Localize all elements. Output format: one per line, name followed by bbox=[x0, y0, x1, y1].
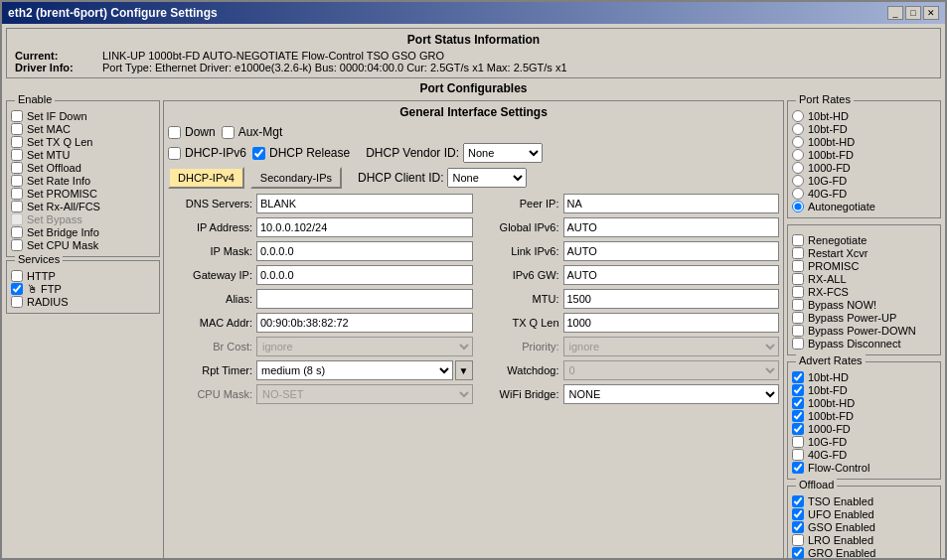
rate-10bt-hd-radio[interactable] bbox=[792, 110, 804, 122]
restart-xcvr-checkbox[interactable] bbox=[792, 247, 804, 259]
rpt-timer-down-arrow[interactable]: ▼ bbox=[455, 360, 473, 380]
link-ipv6-input[interactable] bbox=[563, 241, 780, 261]
promisc-label: PROMISC bbox=[808, 260, 859, 272]
br-cost-select[interactable]: ignore bbox=[256, 337, 473, 356]
tx-q-len-input[interactable] bbox=[563, 313, 780, 333]
advert-10bt-hd-label: 10bt-HD bbox=[808, 371, 849, 383]
rate-100bt-fd-radio[interactable] bbox=[792, 149, 804, 161]
wifi-bridge-label: WiFi Bridge: bbox=[475, 388, 559, 400]
set-mac-label: Set MAC bbox=[27, 123, 71, 135]
left-panel: Enable Set IF Down Set MAC Set TX Q Len bbox=[6, 100, 160, 560]
bypass-now-item: Bypass NOW! bbox=[792, 299, 936, 311]
renegotiate-checkbox[interactable] bbox=[792, 234, 804, 246]
dhcp-ipv6-checkbox[interactable] bbox=[168, 147, 181, 160]
rx-fcs-checkbox[interactable] bbox=[792, 286, 804, 298]
watchdog-select[interactable]: 0 bbox=[563, 360, 780, 380]
enable-set-rate-info: Set Rate Info bbox=[11, 175, 155, 187]
rate-40g-fd-radio[interactable] bbox=[792, 188, 804, 200]
minimize-button[interactable]: _ bbox=[887, 6, 903, 20]
mac-addr-input[interactable] bbox=[256, 313, 473, 333]
advert-40g-fd-checkbox[interactable] bbox=[792, 449, 804, 461]
alias-input[interactable] bbox=[256, 289, 473, 309]
gateway-ip-input[interactable] bbox=[256, 265, 473, 285]
ipv6-gw-input[interactable] bbox=[563, 265, 780, 285]
global-ipv6-input[interactable] bbox=[563, 217, 780, 237]
bypass-power-up-checkbox[interactable] bbox=[792, 312, 804, 324]
rx-all-checkbox[interactable] bbox=[792, 273, 804, 285]
set-promisc-checkbox[interactable] bbox=[11, 188, 23, 200]
bypass-now-label: Bypass NOW! bbox=[808, 299, 876, 311]
wifi-bridge-select[interactable]: NONE bbox=[563, 384, 780, 404]
set-rx-all-fcs-checkbox[interactable] bbox=[11, 201, 23, 212]
gso-enabled-checkbox[interactable] bbox=[792, 521, 804, 533]
bypass-now-checkbox[interactable] bbox=[792, 299, 804, 311]
set-if-down-checkbox[interactable] bbox=[11, 110, 23, 122]
driver-info-row: Driver Info: Port Type: Ethernet Driver:… bbox=[15, 62, 932, 73]
cpu-mask-select[interactable]: NO-SET bbox=[256, 384, 473, 404]
dns-servers-input[interactable] bbox=[256, 194, 473, 213]
advert-1000-fd-label: 1000-FD bbox=[808, 423, 851, 435]
dhcp-ipv4-button[interactable]: DHCP-IPv4 bbox=[168, 167, 244, 189]
ip-address-input[interactable] bbox=[256, 217, 473, 237]
advert-10g-fd: 10G-FD bbox=[792, 436, 936, 448]
close-button[interactable]: ✕ bbox=[923, 6, 939, 20]
peer-ip-input[interactable] bbox=[563, 194, 780, 213]
br-cost-row: Br Cost: ignore bbox=[168, 336, 473, 357]
set-bridge-info-checkbox[interactable] bbox=[11, 226, 23, 238]
advert-100bt-hd-checkbox[interactable] bbox=[792, 397, 804, 409]
maximize-button[interactable]: □ bbox=[905, 6, 921, 20]
mtu-input[interactable] bbox=[563, 289, 780, 309]
form-fields: DNS Servers: IP Address: IP Mask: G bbox=[168, 193, 779, 560]
rate-100bt-hd-label: 100bt-HD bbox=[808, 136, 855, 148]
rate-100bt-hd-radio[interactable] bbox=[792, 136, 804, 148]
dhcp-client-id-select[interactable]: None bbox=[447, 168, 527, 188]
bypass-power-down-checkbox[interactable] bbox=[792, 325, 804, 337]
aux-mgt-checkbox[interactable] bbox=[222, 126, 235, 139]
rpt-timer-label: Rpt Timer: bbox=[168, 364, 252, 376]
radius-label: RADIUS bbox=[27, 296, 69, 308]
rate-1000-fd-radio[interactable] bbox=[792, 162, 804, 174]
advert-flow-control-checkbox[interactable] bbox=[792, 462, 804, 474]
bypass-disconnect-checkbox[interactable] bbox=[792, 338, 804, 350]
set-offload-checkbox[interactable] bbox=[11, 162, 23, 174]
advert-10bt-hd-checkbox[interactable] bbox=[792, 371, 804, 383]
ip-mask-input[interactable] bbox=[256, 241, 473, 261]
advert-10bt-fd: 10bt-FD bbox=[792, 384, 936, 396]
port-rates-group: Port Rates 10bt-HD 10bt-FD 100bt-HD bbox=[787, 100, 941, 218]
advert-100bt-fd-checkbox[interactable] bbox=[792, 410, 804, 422]
ftp-checkbox[interactable] bbox=[11, 283, 23, 295]
set-tx-q-len-checkbox[interactable] bbox=[11, 136, 23, 148]
general-settings-title: General Interface Settings bbox=[168, 105, 779, 119]
dhcp-release-checkbox[interactable] bbox=[252, 147, 265, 160]
tx-q-len-label: TX Q Len bbox=[475, 317, 559, 329]
radius-checkbox[interactable] bbox=[11, 296, 23, 308]
rate-10g-fd-radio[interactable] bbox=[792, 175, 804, 187]
rpt-timer-select[interactable]: medium (8 s) bbox=[256, 360, 453, 380]
set-bypass-checkbox[interactable] bbox=[11, 213, 23, 225]
services-http: HTTP bbox=[11, 270, 155, 282]
advert-1000-fd-checkbox[interactable] bbox=[792, 423, 804, 435]
down-checkbox[interactable] bbox=[168, 126, 181, 139]
lro-enabled-checkbox[interactable] bbox=[792, 534, 804, 546]
watchdog-row: Watchdog: 0 bbox=[475, 359, 780, 381]
enable-set-bypass: Set Bypass bbox=[11, 213, 155, 225]
secondary-ips-button[interactable]: Secondary-IPs bbox=[250, 167, 342, 189]
set-mac-checkbox[interactable] bbox=[11, 123, 23, 135]
promisc-checkbox[interactable] bbox=[792, 260, 804, 272]
gro-enabled-checkbox[interactable] bbox=[792, 547, 804, 559]
rate-autoneg-radio[interactable] bbox=[792, 201, 804, 212]
set-rate-info-checkbox[interactable] bbox=[11, 175, 23, 187]
advert-10bt-fd-label: 10bt-FD bbox=[808, 384, 848, 396]
advert-10bt-fd-checkbox[interactable] bbox=[792, 384, 804, 396]
set-cpu-mask-checkbox[interactable] bbox=[11, 239, 23, 251]
advert-flow-control: Flow-Control bbox=[792, 462, 936, 474]
alias-label: Alias: bbox=[168, 293, 252, 305]
set-mtu-checkbox[interactable] bbox=[11, 149, 23, 161]
ufo-enabled-checkbox[interactable] bbox=[792, 508, 804, 520]
http-checkbox[interactable] bbox=[11, 270, 23, 282]
priority-select[interactable]: ignore bbox=[563, 337, 780, 356]
tso-enabled-checkbox[interactable] bbox=[792, 495, 804, 507]
advert-10g-fd-checkbox[interactable] bbox=[792, 436, 804, 448]
rate-10bt-fd-radio[interactable] bbox=[792, 123, 804, 135]
dhcp-vendor-id-select[interactable]: None bbox=[463, 143, 543, 163]
